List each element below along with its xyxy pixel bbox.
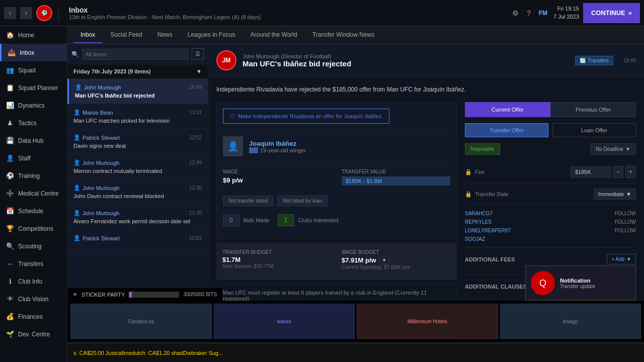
search-input[interactable] [82, 49, 189, 60]
continue-button[interactable]: CONTINUE » [583, 3, 640, 23]
star-icon: ★ [72, 291, 77, 298]
sidebar-item-squad-planner[interactable]: 📋 Squad Planner [0, 79, 67, 97]
ad-block-4: trivago [500, 304, 641, 339]
home-icon: 🏠 [6, 31, 14, 39]
competitions-icon: 🏆 [6, 225, 14, 232]
current-offer-tab[interactable]: Current Offer [465, 102, 550, 117]
fee-increase-button[interactable]: + [625, 166, 636, 178]
list-item[interactable]: 👤 Patrick Stewart 12:52 Davin signs new … [67, 129, 208, 154]
tab-bar: Inbox Social Feed News Leagues in Focus … [67, 26, 644, 44]
clubs-interested-count: 1 [278, 214, 294, 226]
person-icon: 👤 [73, 185, 80, 191]
player-name: Joaquín Ibáñez [249, 140, 450, 147]
tab-around-world[interactable]: Around the World [243, 27, 304, 43]
tactics-icon: ♟ [6, 119, 14, 127]
chatter-2: LONELYREAPER97 [465, 228, 511, 233]
finances-icon: 💰 [6, 313, 14, 320]
sidebar-item-competitions[interactable]: 🏆 Competitions [0, 220, 67, 237]
schedule-icon: 📅 [6, 207, 14, 215]
ad-block-1: Fanatics.ca [70, 304, 212, 339]
list-item[interactable]: 👤 John Murtough 11:30 Álvaro Fernández w… [67, 205, 208, 230]
squad-planner-icon: 📋 [6, 84, 14, 92]
popup-text: Transfer update [560, 284, 630, 289]
sidebar-item-squad[interactable]: 👥 Squad [0, 61, 67, 79]
email-subject: Man UFC's Ibáñez bid rejected [243, 59, 569, 68]
transfer-budget: $1.7M [222, 256, 332, 263]
transfers-icon: ↔ [6, 260, 14, 267]
dynamics-icon: 📊 [6, 102, 14, 109]
filter-button[interactable]: ☰ [192, 48, 204, 60]
list-item[interactable]: 👤 Patrick Stewart 10:53 [67, 230, 208, 249]
fee-label: Fee [475, 169, 485, 175]
progress-bar [129, 292, 179, 298]
ad-block-2: waves [214, 304, 355, 339]
sidebar-item-club-info[interactable]: ℹ Club Info [0, 273, 67, 290]
squad-icon: 👥 [6, 66, 14, 74]
tab-leagues[interactable]: Leagues in Focus [181, 27, 243, 43]
sidebar-item-medical[interactable]: ➕ Medical Centre [0, 185, 67, 202]
loan-offer-tab[interactable]: Loan Offer [552, 123, 636, 137]
staff-icon: 👤 [6, 154, 14, 162]
msg-from-2: 👤 Patrick Stewart [73, 134, 120, 141]
person-icon: 👤 [73, 159, 80, 166]
negotiable-button[interactable]: Negotiable [465, 143, 500, 155]
chatter-0: SARAHCG7 [465, 211, 493, 216]
sidebar-item-data-hub[interactable]: 💾 Data Hub [0, 132, 67, 149]
wage-budget-expand[interactable]: ▼ [379, 256, 389, 264]
lock-icon-fee: 🔒 [465, 169, 472, 175]
sidebar-item-dev-centre[interactable]: 🌱 Dev. Centre [0, 325, 67, 343]
current-spending: Current Spending: $7.68M p/w [342, 264, 451, 270]
dev-centre-icon: 🌱 [6, 330, 14, 338]
sidebar-item-schedule[interactable]: 📅 Schedule [0, 202, 67, 220]
settings-icon[interactable]: ⚙ [510, 7, 521, 19]
add-fees-button[interactable]: + Add ▼ [607, 254, 636, 264]
list-item[interactable]: 👤 John Murtough 18:49 Man UFC's Ibáñez b… [67, 79, 208, 104]
sidebar-item-staff[interactable]: 👤 Staff [0, 149, 67, 167]
list-item[interactable]: 👤 Maisie Bean 13:51 Man UFC matches pick… [67, 104, 208, 129]
player-wage: $9 p/w [223, 176, 332, 184]
back-button[interactable]: ‹ [4, 7, 16, 19]
tab-news[interactable]: News [150, 27, 180, 43]
sidebar-item-transfers[interactable]: ↔ Transfers [0, 255, 67, 273]
data-hub-icon: 💾 [6, 137, 14, 144]
help-icon[interactable]: ? [525, 7, 533, 19]
forward-button[interactable]: › [20, 7, 32, 19]
transfers-icon: 🔄 [580, 58, 586, 63]
club-vision-icon: 👁 [6, 295, 14, 303]
loan-listed-status: Not listed for loan [277, 196, 328, 206]
email-badge: 🔄 Transfers [575, 56, 613, 65]
sidebar-item-dynamics[interactable]: 📊 Dynamics [0, 97, 67, 114]
person-icon: 👤 [73, 134, 80, 141]
progress-fill [129, 292, 132, 298]
fee-decrease-button[interactable]: − [613, 166, 623, 178]
sidebar-item-club-vision[interactable]: 👁 Club Vision [0, 290, 67, 308]
overlay-popup: Q Notification Transfer update [525, 265, 636, 301]
transfer-date-dropdown[interactable]: Immediate ▼ [594, 189, 636, 200]
sidebar-item-home[interactable]: 🏠 Home [0, 26, 67, 44]
msg-from-4: 👤 John Murtough [73, 185, 119, 191]
tab-social-feed[interactable]: Social Feed [103, 27, 149, 43]
sidebar-item-scouting[interactable]: 🔍 Scouting [0, 237, 67, 255]
fee-input[interactable] [571, 166, 611, 177]
player-transfer-value: $180K - $1.8M [342, 176, 450, 186]
person-icon: 👤 [73, 235, 80, 241]
progress-label: 300/5000 BITS [183, 292, 217, 297]
expand-icon[interactable]: ▼ [196, 68, 202, 74]
sidebar-item-tactics[interactable]: ♟ Tactics [0, 114, 67, 132]
list-item[interactable]: 👤 John Murtough 12:30 John Davin contrac… [67, 179, 208, 205]
tab-inbox[interactable]: Inbox [73, 27, 102, 43]
sidebar-item-inbox[interactable]: 📥 Inbox [0, 44, 67, 61]
transfer-date-label: Transfer Date [475, 191, 509, 197]
make-offer-button[interactable]: 🛡 Make Independiente Rivadavia an offer … [223, 109, 389, 124]
additional-clauses-header: ADDITIONAL CLAUSES [465, 284, 527, 290]
sidebar-item-training[interactable]: ⚽ Training [0, 167, 67, 185]
list-item[interactable]: 👤 John Murtough 12:49 Merron contract mu… [67, 154, 208, 179]
sidebar-item-finances[interactable]: 💰 Finances [0, 308, 67, 325]
no-deadline-button[interactable]: No Deadline ▼ [590, 143, 636, 155]
support-overlay: ★ STICKER PARTY 300/5000 BITS [67, 288, 222, 301]
transfer-offer-tab[interactable]: Transfer Offer [465, 123, 548, 137]
msg-from-1: 👤 Maisie Bean [73, 109, 113, 116]
ad-block-3: Millennium Hotels [357, 304, 498, 339]
tab-transfer-window[interactable]: Transfer Window News [305, 27, 382, 43]
previous-offer-tab[interactable]: Previous Offer [550, 102, 636, 117]
